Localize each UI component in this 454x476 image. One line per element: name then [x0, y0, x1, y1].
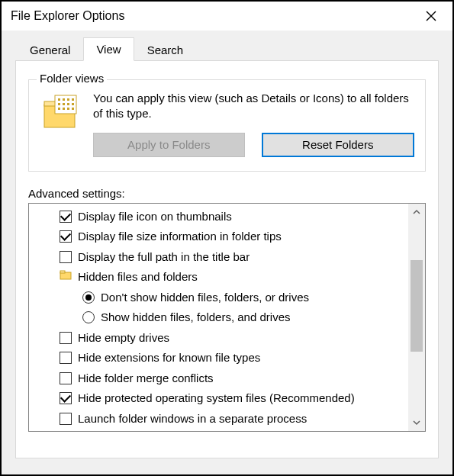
scroll-up-arrow-icon[interactable] [408, 204, 425, 220]
tab-search[interactable]: Search [134, 38, 197, 61]
list-item[interactable]: Launch folder windows in a separate proc… [29, 409, 408, 429]
folder-views-icon [40, 91, 81, 134]
tab-panel-view: Folder views You can app [15, 60, 439, 458]
svg-rect-13 [58, 108, 60, 110]
list-item-label: Restore previous folder windows at logon [78, 430, 287, 431]
checkbox-icon[interactable] [60, 332, 72, 344]
list-item[interactable]: Display file size information in folder … [29, 227, 408, 247]
advanced-settings-label: Advanced settings: [28, 187, 426, 200]
scrollbar[interactable] [408, 204, 425, 431]
list-item[interactable]: Don't show hidden files, folders, or dri… [29, 288, 408, 308]
list-item[interactable]: Restore previous folder windows at logon [29, 429, 408, 431]
list-item-label: Hide empty drives [78, 330, 169, 347]
list-item-label: Display file icon on thumbnails [78, 208, 232, 226]
scroll-down-arrow-icon[interactable] [408, 414, 425, 431]
list-item-label: Display file size information in folder … [78, 228, 282, 246]
checkbox-icon[interactable] [60, 211, 72, 223]
list-item[interactable]: Hide folder merge conflicts [29, 368, 408, 389]
list-item-label: Show hidden files, folders, and drives [101, 309, 290, 326]
svg-rect-9 [58, 103, 60, 105]
checkbox-icon[interactable] [60, 372, 72, 384]
list-item-label: Don't show hidden files, folders, or dri… [101, 289, 309, 307]
tab-view[interactable]: View [83, 37, 134, 61]
svg-rect-10 [63, 103, 65, 105]
svg-rect-8 [72, 98, 74, 101]
list-item[interactable]: Display file icon on thumbnails [29, 207, 408, 227]
checkbox-icon[interactable] [60, 352, 72, 364]
list-item-label: Display the full path in the title bar [78, 249, 250, 266]
client-area: General View Search Folder views [2, 31, 452, 474]
close-icon [426, 11, 436, 21]
close-button[interactable] [416, 5, 446, 27]
list-item-label: Hide extensions for known file types [78, 349, 260, 367]
svg-rect-5 [58, 98, 60, 101]
svg-rect-15 [67, 108, 69, 110]
titlebar: File Explorer Options [2, 2, 452, 31]
radio-icon[interactable] [82, 311, 95, 323]
tab-strip: General View Search [17, 37, 439, 60]
list-item[interactable]: Hide extensions for known file types [29, 348, 408, 368]
folder-views-group-label: Folder views [37, 72, 107, 85]
apply-to-folders-button: Apply to Folders [93, 133, 245, 157]
folder-icon [60, 269, 72, 286]
svg-rect-12 [72, 103, 74, 105]
scroll-track[interactable] [408, 220, 425, 414]
svg-rect-18 [60, 271, 65, 273]
svg-rect-6 [63, 98, 65, 101]
tab-general[interactable]: General [17, 38, 83, 61]
list-item[interactable]: Hide empty drives [29, 328, 408, 349]
scroll-thumb[interactable] [411, 260, 423, 352]
checkbox-icon[interactable] [60, 230, 72, 243]
svg-rect-14 [63, 108, 65, 110]
folder-views-description: You can apply this view (such as Details… [93, 91, 414, 122]
svg-rect-7 [67, 98, 69, 101]
checkbox-icon[interactable] [60, 251, 72, 263]
reset-folders-button[interactable]: Reset Folders [262, 133, 415, 157]
checkbox-icon[interactable] [60, 392, 72, 404]
svg-rect-11 [67, 103, 69, 105]
list-item-label: Launch folder windows in a separate proc… [78, 410, 307, 428]
list-item-label: Hide protected operating system files (R… [78, 390, 355, 407]
svg-rect-16 [72, 108, 74, 110]
checkbox-icon[interactable] [60, 413, 72, 425]
list-item-label: Hide folder merge conflicts [78, 370, 214, 388]
radio-icon[interactable] [82, 291, 95, 304]
list-item[interactable]: Hidden files and folders [29, 267, 408, 288]
window-title: File Explorer Options [11, 9, 124, 23]
list-item-label: Hidden files and folders [78, 269, 198, 286]
list-item[interactable]: Display the full path in the title bar [29, 247, 408, 268]
advanced-settings-list: Display file icon on thumbnailsDisplay f… [28, 203, 426, 432]
list-item[interactable]: Hide protected operating system files (R… [29, 388, 408, 409]
list-item[interactable]: Show hidden files, folders, and drives [29, 307, 408, 328]
folder-views-group: Folder views You can app [28, 79, 426, 172]
